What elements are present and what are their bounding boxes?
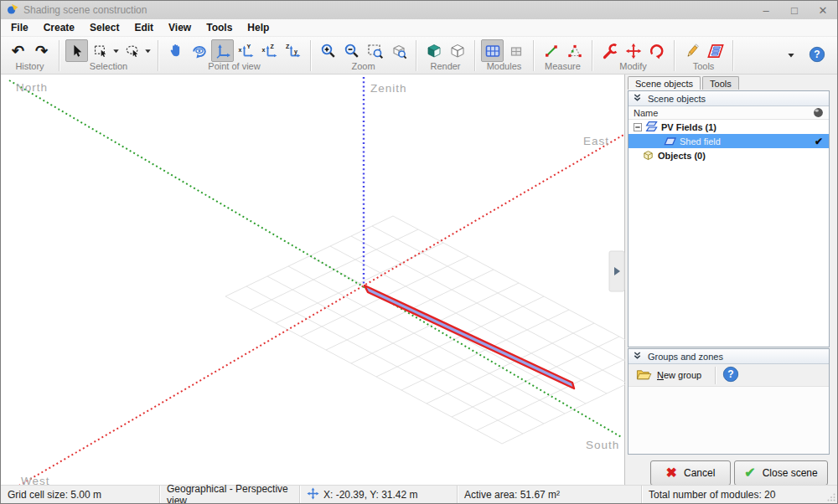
status-cell-3: Active area: 51.67 m² (458, 486, 642, 503)
svg-text:x: x (238, 47, 241, 53)
menu-help[interactable]: Help (240, 20, 277, 35)
dropdown-caret[interactable] (144, 47, 152, 55)
move-object-icon (625, 43, 642, 59)
pan-hand-button[interactable] (164, 39, 187, 62)
zoom-out-button[interactable] (340, 39, 363, 62)
redo-button[interactable]: ↷ (30, 39, 53, 62)
cancel-label: Cancel (684, 467, 715, 479)
view-zy-button[interactable]: Zy (282, 39, 304, 62)
west-east-axis (8, 134, 625, 487)
pv-fields-icon (644, 121, 658, 133)
view-xy-button[interactable]: xY (235, 39, 257, 62)
menu-tools[interactable]: Tools (199, 20, 240, 35)
axes-3d-icon (215, 43, 231, 59)
visibility-globe-icon[interactable] (813, 107, 824, 118)
cancel-button[interactable]: ✖ Cancel (650, 460, 731, 486)
rotate-object-button[interactable] (645, 39, 668, 62)
render-solid-icon (426, 43, 442, 59)
tab-scene-objects[interactable]: Scene objects (628, 76, 701, 90)
measure-area-button[interactable] (563, 39, 586, 62)
scene-objects-header[interactable]: Scene objects (628, 91, 829, 106)
toolbar-group-selection: Selection (61, 38, 156, 74)
toolbar-group-measure: Measure (535, 38, 590, 74)
shed-tool-button[interactable] (704, 39, 727, 62)
close-button[interactable]: ✕ (809, 1, 837, 19)
toolbar-group-tools: Tools (676, 38, 731, 74)
tab-tools[interactable]: Tools (702, 76, 739, 90)
visible-check-icon[interactable]: ✔ (815, 136, 829, 147)
toolbar-group-label: History (15, 62, 44, 73)
measure-distance-button[interactable] (540, 39, 562, 62)
svg-text:y: y (294, 49, 297, 55)
svg-text:Z: Z (286, 44, 290, 49)
menu-file[interactable]: File (3, 20, 36, 35)
maximize-button[interactable]: □ (780, 1, 809, 19)
scene-3d-canvas[interactable]: NorthZenithEastSouthWest (1, 75, 625, 487)
axes-3d-button[interactable] (211, 39, 234, 62)
modify-wrench-button[interactable] (598, 39, 621, 62)
window-controls: –□✕ (752, 1, 837, 19)
zoom-extents-button[interactable] (387, 39, 410, 62)
toolbar-separator (533, 40, 534, 71)
dropdown-caret-icon (787, 50, 795, 62)
shading-scene-window: Shading scene construction –□✕ FileCreat… (0, 0, 838, 504)
status-cell-0: Grid cell size: 5.00 m (1, 486, 160, 503)
chevron-double-down-icon (633, 351, 642, 362)
menu-create[interactable]: Create (36, 20, 82, 35)
help-icon: ? (809, 46, 825, 65)
ground-grid-line (225, 216, 393, 296)
scene-3d-viewport[interactable]: NorthZenithEastSouthWest (1, 75, 625, 485)
close-scene-button[interactable]: ✔ Close scene (734, 460, 828, 486)
close-check-icon: ✔ (744, 466, 755, 480)
svg-text:?: ? (814, 49, 820, 60)
lasso-select-button[interactable] (121, 39, 143, 62)
shed-tool-icon (706, 43, 725, 59)
move-object-button[interactable] (622, 39, 644, 62)
measure-distance-icon (543, 43, 560, 59)
status-cell-2: X: -20.39, Y: 31.42 m (300, 486, 458, 503)
new-group-label: New group (657, 370, 701, 380)
help-icon[interactable]: ? (722, 366, 739, 384)
edit-pencil-button[interactable] (680, 39, 703, 62)
render-solid-button[interactable] (422, 39, 445, 62)
modules-on-button[interactable] (481, 39, 504, 62)
render-wireframe-button[interactable] (446, 39, 468, 62)
undo-button[interactable]: ↶ (7, 39, 29, 62)
statusbar: Grid cell size: 5.00 mGeographical - Per… (1, 485, 837, 503)
measure-area-icon (566, 43, 583, 59)
new-group-button[interactable]: New group (634, 366, 706, 385)
zoom-selection-button[interactable] (364, 39, 386, 62)
tree-row-objects-0-[interactable]: Objects (0) (628, 148, 829, 162)
tree-row-pv-fields-1-[interactable]: PV Fields (1) (628, 120, 829, 134)
pointer-select-button[interactable] (65, 39, 88, 62)
toolbar-extras: ? (787, 38, 835, 74)
scene-objects-tree: PV Fields (1)Shed field✔Objects (0) (628, 120, 829, 162)
toolbar-separator (732, 40, 733, 71)
pv-shed-field-object[interactable] (365, 285, 574, 388)
minimize-button[interactable]: – (752, 1, 780, 19)
dropdown-caret[interactable] (112, 47, 120, 55)
menu-view[interactable]: View (161, 20, 199, 35)
menu-select[interactable]: Select (82, 20, 127, 35)
ground-grid-line (351, 236, 625, 383)
view-xz-button[interactable]: xZ (258, 39, 281, 62)
groups-zones-header[interactable]: Groups and zones (628, 349, 829, 364)
help-button[interactable]: ? (809, 46, 825, 65)
zoom-in-button[interactable] (317, 39, 339, 62)
pan-hand-icon (168, 43, 184, 59)
orbit-view-button[interactable] (188, 39, 210, 62)
rect-select-button[interactable] (89, 39, 111, 62)
menu-edit[interactable]: Edit (127, 20, 161, 35)
modules-off-icon (508, 43, 525, 59)
toolbar-group-zoom: Zoom (313, 38, 414, 74)
dropdown-caret-button[interactable] (787, 50, 795, 62)
modules-off-button[interactable] (504, 39, 527, 62)
toolbar-separator (715, 367, 716, 384)
ground-grid-line (401, 310, 569, 390)
tree-row-shed-field[interactable]: Shed field✔ (628, 134, 829, 148)
toolbar-separator (474, 40, 475, 71)
resize-grip[interactable] (827, 493, 835, 501)
expand-minus-icon[interactable] (634, 123, 642, 131)
toolbar-group-label: Zoom (351, 62, 375, 73)
ground-grid-line (477, 350, 625, 430)
